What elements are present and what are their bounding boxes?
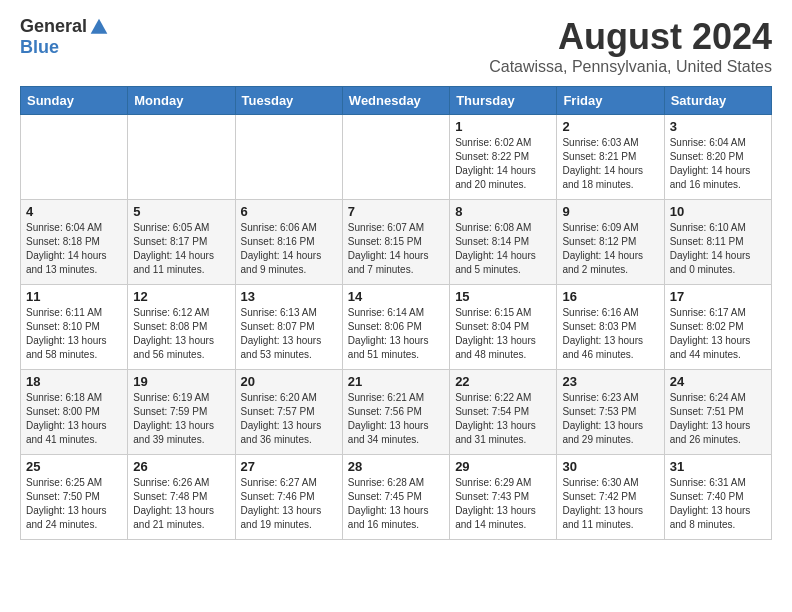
- day-number: 23: [562, 374, 658, 389]
- header-friday: Friday: [557, 87, 664, 115]
- calendar-cell-w0d4: 1 Sunrise: 6:02 AMSunset: 8:22 PMDayligh…: [450, 115, 557, 200]
- day-info: Sunrise: 6:04 AMSunset: 8:18 PMDaylight:…: [26, 221, 122, 277]
- week-row-4: 25 Sunrise: 6:25 AMSunset: 7:50 PMDaylig…: [21, 455, 772, 540]
- svg-marker-0: [91, 18, 108, 33]
- calendar-cell-w2d1: 12 Sunrise: 6:12 AMSunset: 8:08 PMDaylig…: [128, 285, 235, 370]
- day-info: Sunrise: 6:25 AMSunset: 7:50 PMDaylight:…: [26, 476, 122, 532]
- calendar-cell-w2d4: 15 Sunrise: 6:15 AMSunset: 8:04 PMDaylig…: [450, 285, 557, 370]
- day-number: 21: [348, 374, 444, 389]
- day-number: 16: [562, 289, 658, 304]
- calendar-cell-w4d3: 28 Sunrise: 6:28 AMSunset: 7:45 PMDaylig…: [342, 455, 449, 540]
- calendar-cell-w2d6: 17 Sunrise: 6:17 AMSunset: 8:02 PMDaylig…: [664, 285, 771, 370]
- calendar-cell-w3d0: 18 Sunrise: 6:18 AMSunset: 8:00 PMDaylig…: [21, 370, 128, 455]
- day-info: Sunrise: 6:04 AMSunset: 8:20 PMDaylight:…: [670, 136, 766, 192]
- day-number: 15: [455, 289, 551, 304]
- calendar-cell-w4d4: 29 Sunrise: 6:29 AMSunset: 7:43 PMDaylig…: [450, 455, 557, 540]
- day-number: 2: [562, 119, 658, 134]
- day-info: Sunrise: 6:17 AMSunset: 8:02 PMDaylight:…: [670, 306, 766, 362]
- header-row: Sunday Monday Tuesday Wednesday Thursday…: [21, 87, 772, 115]
- day-info: Sunrise: 6:15 AMSunset: 8:04 PMDaylight:…: [455, 306, 551, 362]
- calendar-cell-w3d6: 24 Sunrise: 6:24 AMSunset: 7:51 PMDaylig…: [664, 370, 771, 455]
- day-number: 26: [133, 459, 229, 474]
- calendar-cell-w1d5: 9 Sunrise: 6:09 AMSunset: 8:12 PMDayligh…: [557, 200, 664, 285]
- calendar-cell-w0d5: 2 Sunrise: 6:03 AMSunset: 8:21 PMDayligh…: [557, 115, 664, 200]
- day-number: 24: [670, 374, 766, 389]
- day-number: 10: [670, 204, 766, 219]
- week-row-1: 4 Sunrise: 6:04 AMSunset: 8:18 PMDayligh…: [21, 200, 772, 285]
- day-info: Sunrise: 6:19 AMSunset: 7:59 PMDaylight:…: [133, 391, 229, 447]
- day-info: Sunrise: 6:20 AMSunset: 7:57 PMDaylight:…: [241, 391, 337, 447]
- day-number: 4: [26, 204, 122, 219]
- day-number: 20: [241, 374, 337, 389]
- header-monday: Monday: [128, 87, 235, 115]
- logo-blue: Blue: [20, 37, 59, 58]
- calendar-cell-w1d0: 4 Sunrise: 6:04 AMSunset: 8:18 PMDayligh…: [21, 200, 128, 285]
- calendar-cell-w3d4: 22 Sunrise: 6:22 AMSunset: 7:54 PMDaylig…: [450, 370, 557, 455]
- day-info: Sunrise: 6:21 AMSunset: 7:56 PMDaylight:…: [348, 391, 444, 447]
- calendar-cell-w2d5: 16 Sunrise: 6:16 AMSunset: 8:03 PMDaylig…: [557, 285, 664, 370]
- day-info: Sunrise: 6:28 AMSunset: 7:45 PMDaylight:…: [348, 476, 444, 532]
- calendar-cell-w0d1: [128, 115, 235, 200]
- day-info: Sunrise: 6:03 AMSunset: 8:21 PMDaylight:…: [562, 136, 658, 192]
- day-number: 22: [455, 374, 551, 389]
- day-info: Sunrise: 6:11 AMSunset: 8:10 PMDaylight:…: [26, 306, 122, 362]
- calendar-cell-w2d0: 11 Sunrise: 6:11 AMSunset: 8:10 PMDaylig…: [21, 285, 128, 370]
- day-info: Sunrise: 6:09 AMSunset: 8:12 PMDaylight:…: [562, 221, 658, 277]
- day-number: 25: [26, 459, 122, 474]
- calendar-cell-w3d2: 20 Sunrise: 6:20 AMSunset: 7:57 PMDaylig…: [235, 370, 342, 455]
- day-info: Sunrise: 6:13 AMSunset: 8:07 PMDaylight:…: [241, 306, 337, 362]
- calendar-cell-w0d3: [342, 115, 449, 200]
- day-number: 3: [670, 119, 766, 134]
- calendar-cell-w4d6: 31 Sunrise: 6:31 AMSunset: 7:40 PMDaylig…: [664, 455, 771, 540]
- logo-general: General: [20, 16, 87, 37]
- day-info: Sunrise: 6:31 AMSunset: 7:40 PMDaylight:…: [670, 476, 766, 532]
- day-number: 30: [562, 459, 658, 474]
- calendar-cell-w4d2: 27 Sunrise: 6:27 AMSunset: 7:46 PMDaylig…: [235, 455, 342, 540]
- day-info: Sunrise: 6:27 AMSunset: 7:46 PMDaylight:…: [241, 476, 337, 532]
- day-number: 8: [455, 204, 551, 219]
- day-number: 1: [455, 119, 551, 134]
- day-number: 13: [241, 289, 337, 304]
- calendar-cell-w0d6: 3 Sunrise: 6:04 AMSunset: 8:20 PMDayligh…: [664, 115, 771, 200]
- day-info: Sunrise: 6:16 AMSunset: 8:03 PMDaylight:…: [562, 306, 658, 362]
- calendar-cell-w4d0: 25 Sunrise: 6:25 AMSunset: 7:50 PMDaylig…: [21, 455, 128, 540]
- day-number: 19: [133, 374, 229, 389]
- day-info: Sunrise: 6:07 AMSunset: 8:15 PMDaylight:…: [348, 221, 444, 277]
- day-number: 7: [348, 204, 444, 219]
- day-info: Sunrise: 6:26 AMSunset: 7:48 PMDaylight:…: [133, 476, 229, 532]
- calendar-cell-w1d2: 6 Sunrise: 6:06 AMSunset: 8:16 PMDayligh…: [235, 200, 342, 285]
- day-info: Sunrise: 6:02 AMSunset: 8:22 PMDaylight:…: [455, 136, 551, 192]
- calendar-cell-w1d1: 5 Sunrise: 6:05 AMSunset: 8:17 PMDayligh…: [128, 200, 235, 285]
- calendar-cell-w0d2: [235, 115, 342, 200]
- day-info: Sunrise: 6:22 AMSunset: 7:54 PMDaylight:…: [455, 391, 551, 447]
- calendar-table: Sunday Monday Tuesday Wednesday Thursday…: [20, 86, 772, 540]
- day-info: Sunrise: 6:10 AMSunset: 8:11 PMDaylight:…: [670, 221, 766, 277]
- day-number: 27: [241, 459, 337, 474]
- day-info: Sunrise: 6:08 AMSunset: 8:14 PMDaylight:…: [455, 221, 551, 277]
- day-info: Sunrise: 6:29 AMSunset: 7:43 PMDaylight:…: [455, 476, 551, 532]
- week-row-0: 1 Sunrise: 6:02 AMSunset: 8:22 PMDayligh…: [21, 115, 772, 200]
- logo: General Blue: [20, 16, 109, 58]
- day-number: 31: [670, 459, 766, 474]
- day-number: 11: [26, 289, 122, 304]
- day-info: Sunrise: 6:12 AMSunset: 8:08 PMDaylight:…: [133, 306, 229, 362]
- location-title: Catawissa, Pennsylvania, United States: [489, 58, 772, 76]
- day-number: 6: [241, 204, 337, 219]
- calendar-cell-w0d0: [21, 115, 128, 200]
- calendar-cell-w4d5: 30 Sunrise: 6:30 AMSunset: 7:42 PMDaylig…: [557, 455, 664, 540]
- week-row-2: 11 Sunrise: 6:11 AMSunset: 8:10 PMDaylig…: [21, 285, 772, 370]
- header-thursday: Thursday: [450, 87, 557, 115]
- calendar-cell-w3d3: 21 Sunrise: 6:21 AMSunset: 7:56 PMDaylig…: [342, 370, 449, 455]
- day-info: Sunrise: 6:23 AMSunset: 7:53 PMDaylight:…: [562, 391, 658, 447]
- week-row-3: 18 Sunrise: 6:18 AMSunset: 8:00 PMDaylig…: [21, 370, 772, 455]
- calendar-cell-w3d5: 23 Sunrise: 6:23 AMSunset: 7:53 PMDaylig…: [557, 370, 664, 455]
- title-section: August 2024 Catawissa, Pennsylvania, Uni…: [489, 16, 772, 76]
- calendar-cell-w1d3: 7 Sunrise: 6:07 AMSunset: 8:15 PMDayligh…: [342, 200, 449, 285]
- day-info: Sunrise: 6:18 AMSunset: 8:00 PMDaylight:…: [26, 391, 122, 447]
- logo-icon: [89, 17, 109, 37]
- day-number: 17: [670, 289, 766, 304]
- header-sunday: Sunday: [21, 87, 128, 115]
- calendar-cell-w4d1: 26 Sunrise: 6:26 AMSunset: 7:48 PMDaylig…: [128, 455, 235, 540]
- day-number: 29: [455, 459, 551, 474]
- header-saturday: Saturday: [664, 87, 771, 115]
